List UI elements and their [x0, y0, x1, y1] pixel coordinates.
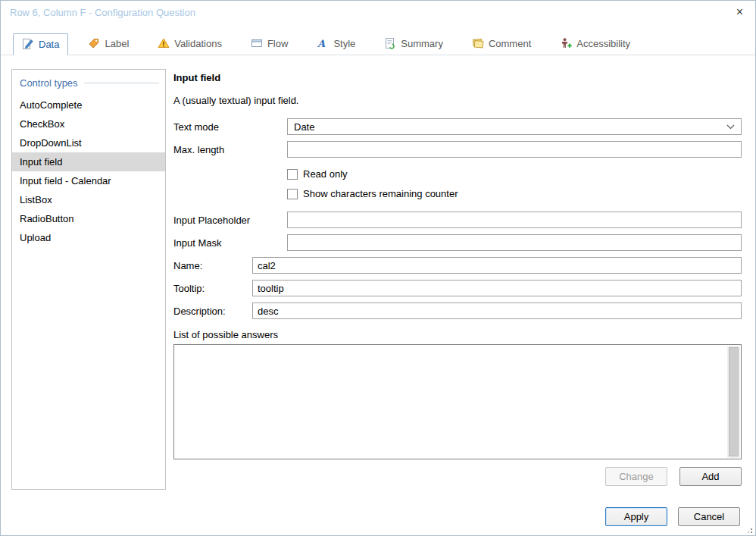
edit-icon	[22, 38, 34, 50]
configuration-question-dialog: Row 6, Column F - Configuration Question…	[0, 0, 756, 536]
tab-summary[interactable]: Summary	[375, 33, 452, 55]
read-only-checkbox[interactable]	[287, 169, 298, 180]
control-type-dropdownlist[interactable]: DropDownList	[12, 133, 165, 152]
max-length-label: Max. length	[173, 144, 287, 155]
read-only-row: Read only	[287, 168, 742, 180]
max-length-row: Max. length	[173, 141, 742, 158]
apply-button[interactable]: Apply	[605, 507, 667, 526]
tab-flow-label: Flow	[267, 38, 288, 49]
show-counter-checkbox[interactable]	[287, 189, 298, 199]
control-type-input-field[interactable]: Input field	[12, 152, 165, 171]
tooltip-row: Tooltip:	[173, 280, 742, 296]
name-label: Name:	[173, 260, 252, 271]
description-input[interactable]	[252, 302, 742, 319]
comment-notes-icon	[472, 37, 484, 49]
close-icon[interactable]: ×	[732, 5, 748, 20]
tab-summary-label: Summary	[401, 38, 443, 49]
input-placeholder-label: Input Placeholder	[173, 215, 287, 226]
chevron-down-icon	[726, 124, 735, 130]
tab-comment[interactable]: Comment	[463, 33, 540, 55]
tag-icon	[88, 37, 100, 49]
tooltip-label: Tooltip:	[173, 283, 252, 294]
description-label: Description:	[173, 306, 252, 317]
tab-label-label: Label	[105, 38, 129, 49]
tab-data[interactable]: Data	[13, 33, 68, 55]
dialog-title: Row 6, Column F - Configuration Question	[10, 7, 732, 18]
control-type-autocomplete[interactable]: AutoComplete	[12, 96, 165, 114]
show-counter-row: Show characters remaining counter	[287, 188, 742, 199]
summary-page-icon	[384, 37, 396, 49]
font-icon: A	[317, 37, 329, 49]
tab-style-label: Style	[333, 38, 355, 49]
warning-icon	[158, 37, 170, 49]
window-icon	[251, 37, 263, 49]
cancel-button[interactable]: Cancel	[678, 507, 740, 526]
input-mask-label: Input Mask	[173, 237, 287, 249]
input-placeholder-input[interactable]	[287, 212, 742, 228]
tab-validations[interactable]: Validations	[148, 33, 231, 55]
input-placeholder-row: Input Placeholder	[173, 212, 742, 228]
tabstrip: Data Label Validations Flow A Style	[1, 24, 755, 55]
control-heading: Input field	[173, 72, 742, 83]
tab-flow[interactable]: Flow	[242, 33, 297, 55]
resize-grip[interactable]	[745, 525, 752, 533]
change-button[interactable]: Change	[605, 467, 667, 486]
accessibility-person-icon	[560, 37, 572, 49]
control-types-header: Control types	[12, 76, 165, 96]
scrollbar[interactable]	[727, 346, 740, 458]
control-type-upload[interactable]: Upload	[12, 228, 165, 247]
max-length-input[interactable]	[287, 141, 742, 158]
text-mode-value: Date	[294, 121, 726, 133]
tab-accessibility[interactable]: Accessibility	[551, 33, 639, 55]
scrollbar-thumb[interactable]	[729, 347, 739, 456]
tab-accessibility-label: Accessibility	[576, 38, 630, 49]
svg-text:A: A	[317, 38, 326, 49]
tab-validations-label: Validations	[174, 38, 222, 49]
tab-data-label: Data	[39, 39, 59, 50]
text-mode-row: Text mode Date	[173, 118, 742, 135]
answers-listbox[interactable]	[173, 344, 742, 459]
control-types-panel: Control types AutoComplete CheckBox Drop…	[11, 69, 166, 490]
control-type-input-field-calendar[interactable]: Input field - Calendar	[12, 171, 165, 190]
tooltip-input[interactable]	[252, 280, 742, 296]
tab-label[interactable]: Label	[79, 33, 138, 55]
answers-label: List of possible answers	[173, 329, 742, 340]
name-row: Name:	[173, 257, 742, 274]
input-field-settings-panel: Input field A (usually textual) input fi…	[173, 67, 742, 486]
tab-comment-label: Comment	[489, 38, 531, 49]
input-mask-row: Input Mask	[173, 234, 742, 251]
add-button[interactable]: Add	[679, 467, 742, 486]
control-type-listbox[interactable]: ListBox	[12, 190, 165, 209]
control-description: A (usually textual) input field.	[173, 95, 742, 106]
titlebar: Row 6, Column F - Configuration Question…	[1, 1, 755, 24]
show-counter-label: Show characters remaining counter	[303, 188, 458, 199]
read-only-label: Read only	[303, 168, 348, 180]
description-row: Description:	[173, 302, 742, 319]
answers-button-row: Change Add	[173, 467, 742, 486]
tab-style[interactable]: A Style	[308, 33, 364, 55]
name-input[interactable]	[252, 257, 742, 274]
input-mask-input[interactable]	[287, 234, 742, 251]
control-type-checkbox[interactable]: CheckBox	[12, 114, 165, 133]
dialog-footer: Apply Cancel	[605, 507, 740, 526]
text-mode-select[interactable]: Date	[287, 118, 742, 135]
control-type-radiobutton[interactable]: RadioButton	[12, 209, 165, 228]
text-mode-label: Text mode	[173, 121, 287, 133]
control-types-title: Control types	[20, 77, 78, 89]
